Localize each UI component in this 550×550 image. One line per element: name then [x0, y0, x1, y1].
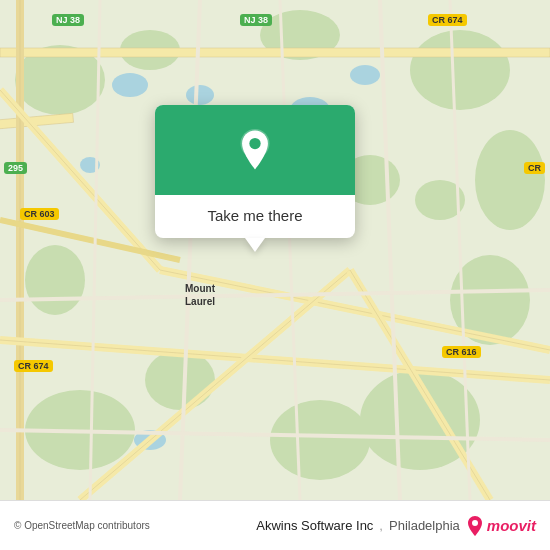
popup-map-area: [155, 105, 355, 195]
moovit-logo: moovit: [466, 515, 536, 537]
separator: ,: [379, 518, 383, 533]
company-name: Akwins Software Inc: [256, 518, 373, 533]
map-view[interactable]: NJ 38 NJ 38 295 CR 603 CR 674 CR 674 CR …: [0, 0, 550, 500]
moovit-label: moovit: [487, 517, 536, 534]
svg-point-15: [186, 85, 214, 105]
svg-point-10: [145, 350, 215, 410]
svg-point-44: [472, 520, 478, 526]
bottom-info: Akwins Software Inc , Philadelphia moovi…: [256, 515, 536, 537]
road-badge-cr-right: CR: [524, 162, 545, 174]
svg-point-17: [350, 65, 380, 85]
take-me-there-button[interactable]: Take me there: [199, 205, 310, 226]
place-label: MountLaurel: [185, 282, 215, 308]
attribution-text: © OpenStreetMap contributors: [14, 520, 150, 531]
svg-point-4: [410, 30, 510, 110]
road-badge-cr603: CR 603: [20, 208, 59, 220]
road-badge-cr674-bot-left: CR 674: [14, 360, 53, 372]
road-badge-nj38-center: NJ 38: [240, 14, 272, 26]
moovit-pin-icon: [466, 515, 484, 537]
svg-point-8: [270, 400, 370, 480]
popup-card: Take me there: [155, 105, 355, 238]
road-badge-cr674-top: CR 674: [428, 14, 467, 26]
svg-point-43: [249, 138, 260, 149]
location-pin-icon: [234, 129, 276, 171]
svg-point-11: [25, 245, 85, 315]
road-badge-cr616: CR 616: [442, 346, 481, 358]
city-name: Philadelphia: [389, 518, 460, 533]
svg-point-14: [112, 73, 148, 97]
svg-point-5: [475, 130, 545, 230]
road-badge-295: 295: [4, 162, 27, 174]
svg-rect-20: [0, 48, 550, 57]
map-svg: [0, 0, 550, 500]
bottom-bar: © OpenStreetMap contributors Akwins Soft…: [0, 500, 550, 550]
road-badge-nj38-left: NJ 38: [52, 14, 84, 26]
